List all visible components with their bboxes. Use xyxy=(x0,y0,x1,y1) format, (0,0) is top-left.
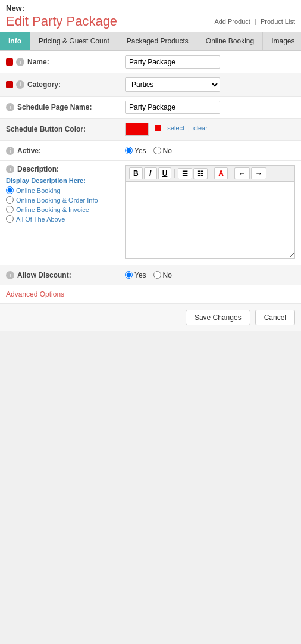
select-color-link[interactable]: select xyxy=(167,125,184,132)
cancel-button[interactable]: Cancel xyxy=(255,310,295,325)
schedule-button-color-row: Schedule Button Color: select | clear xyxy=(0,119,301,141)
rte-bold-button[interactable]: B xyxy=(129,167,143,179)
tabs-bar: Info Pricing & Guest Count Packaged Prod… xyxy=(0,32,301,51)
schedule-button-color-value: select | clear xyxy=(125,123,295,136)
rte-unordered-list-button[interactable]: ☰ xyxy=(178,168,192,179)
schedule-page-name-input[interactable] xyxy=(125,101,220,114)
allow-discount-radio-group: Yes No xyxy=(125,271,295,279)
active-value: Yes No xyxy=(125,147,295,155)
active-label: i Active: xyxy=(6,147,125,155)
name-value xyxy=(125,55,295,69)
form-container: i Name: i Category: Parties i Schedule P… xyxy=(0,51,301,331)
allow-discount-row: i Allow Discount: Yes No xyxy=(0,265,301,285)
rte-separator-1 xyxy=(174,169,175,178)
schedule-page-name-value xyxy=(125,101,295,114)
display-option-3-text: All Of The Above xyxy=(16,216,65,223)
schedule-page-info-icon: i xyxy=(6,103,14,111)
allow-discount-yes-label[interactable]: Yes xyxy=(125,271,146,279)
allow-discount-yes-text: Yes xyxy=(134,271,146,279)
add-product-link[interactable]: Add Product xyxy=(214,18,250,25)
new-label: New: xyxy=(6,4,295,13)
color-preview[interactable] xyxy=(125,123,149,136)
name-input[interactable] xyxy=(125,55,220,69)
rte-ordered-list-button[interactable]: ☷ xyxy=(193,168,208,179)
schedule-page-name-label: i Schedule Page Name: xyxy=(6,103,125,111)
color-separator: | xyxy=(188,125,190,132)
allow-discount-label: i Allow Discount: xyxy=(6,271,125,279)
display-all-radio[interactable] xyxy=(6,215,14,223)
name-label: i Name: xyxy=(6,58,125,66)
active-no-label[interactable]: No xyxy=(153,147,172,155)
top-links: Add Product | Product List xyxy=(214,18,295,25)
rte-toolbar: B I U ☰ ☷ A ← → xyxy=(125,165,295,181)
display-order-info-label[interactable]: Online Booking & Order Info xyxy=(6,196,125,204)
allow-discount-value: Yes No xyxy=(125,271,295,279)
display-option-0-text: Online Booking xyxy=(16,187,61,194)
product-list-link[interactable]: Product List xyxy=(261,18,295,25)
description-textarea[interactable] xyxy=(125,181,295,259)
active-yes-text: Yes xyxy=(134,147,146,155)
allow-discount-no-radio[interactable] xyxy=(153,271,161,279)
save-changes-button[interactable]: Save Changes xyxy=(186,310,250,325)
display-order-info-radio[interactable] xyxy=(6,196,14,204)
category-required-icon xyxy=(6,81,13,88)
category-select[interactable]: Parties xyxy=(125,77,220,92)
action-row: Save Changes Cancel xyxy=(0,304,301,331)
active-no-text: No xyxy=(163,147,172,155)
name-required-icon xyxy=(6,58,13,66)
tab-pricing[interactable]: Pricing & Guest Count xyxy=(30,32,118,50)
category-info-icon: i xyxy=(16,80,24,89)
display-option-1-text: Online Booking & Order Info xyxy=(16,197,98,204)
category-label: i Category: xyxy=(6,80,125,89)
name-label-text: Name: xyxy=(27,58,49,66)
schedule-page-name-label-text: Schedule Page Name: xyxy=(17,103,92,111)
description-right: B I U ☰ ☷ A ← → xyxy=(125,165,295,260)
tab-online-booking[interactable]: Online Booking xyxy=(197,32,263,50)
rte-separator-3 xyxy=(231,169,231,178)
category-value: Parties xyxy=(125,77,295,92)
description-row: i Description: Display Description Here:… xyxy=(0,161,301,265)
active-yes-radio[interactable] xyxy=(125,147,133,154)
active-no-radio[interactable] xyxy=(153,147,161,154)
name-row: i Name: xyxy=(0,51,301,73)
allow-discount-no-label[interactable]: No xyxy=(153,271,172,279)
name-info-icon: i xyxy=(16,58,24,66)
advanced-options-link[interactable]: Advanced Options xyxy=(0,285,301,304)
allow-discount-yes-radio[interactable] xyxy=(125,271,133,279)
clear-color-link[interactable]: clear xyxy=(193,125,208,132)
schedule-button-color-label-text: Schedule Button Color: xyxy=(6,125,86,133)
rte-font-color-button[interactable]: A xyxy=(214,167,228,179)
schedule-page-name-row: i Schedule Page Name: xyxy=(0,97,301,119)
description-left: i Description: Display Description Here:… xyxy=(6,165,125,223)
link-separator: | xyxy=(255,18,256,25)
active-row: i Active: Yes No xyxy=(0,141,301,161)
allow-discount-no-text: No xyxy=(163,271,172,279)
rte-underline-button[interactable]: U xyxy=(158,167,172,179)
display-online-booking-radio[interactable] xyxy=(6,186,14,194)
color-icon xyxy=(155,125,161,131)
category-label-text: Category: xyxy=(27,80,61,89)
tab-info[interactable]: Info xyxy=(0,32,30,50)
top-bar: New: Edit Party Package Add Product | Pr… xyxy=(0,0,301,32)
display-option-2-text: Online Booking & Invoice xyxy=(16,206,89,213)
rte-redo-button[interactable]: → xyxy=(251,167,266,179)
display-online-booking-label[interactable]: Online Booking xyxy=(6,186,125,194)
category-row: i Category: Parties xyxy=(0,73,301,97)
active-info-icon: i xyxy=(6,147,14,155)
tab-images[interactable]: Images xyxy=(263,32,301,50)
active-label-text: Active: xyxy=(17,147,41,155)
rest-area xyxy=(0,331,301,644)
rte-undo-button[interactable]: ← xyxy=(234,167,250,179)
color-actions: select | clear xyxy=(155,125,207,132)
rte-italic-button[interactable]: I xyxy=(144,167,157,179)
page-title: Edit Party Package xyxy=(6,14,117,29)
tab-packaged-products[interactable]: Packaged Products xyxy=(118,32,197,50)
display-invoice-label[interactable]: Online Booking & Invoice xyxy=(6,206,125,213)
active-yes-label[interactable]: Yes xyxy=(125,147,146,155)
allow-discount-info-icon: i xyxy=(6,271,14,279)
display-invoice-radio[interactable] xyxy=(6,206,14,213)
display-description-label: Display Description Here: xyxy=(6,177,125,184)
description-label-text: Description: xyxy=(17,165,59,173)
display-all-label[interactable]: All Of The Above xyxy=(6,215,125,223)
schedule-button-color-label: Schedule Button Color: xyxy=(6,125,125,133)
